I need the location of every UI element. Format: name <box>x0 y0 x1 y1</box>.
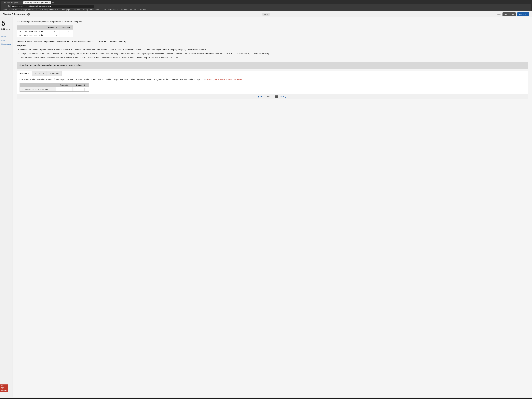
table-cell-selling-b: $17 <box>59 29 73 33</box>
bookmark-pink[interactable]: PINK - Victoria's Se... <box>102 9 120 11</box>
bookmark-inbox-label: Inbox (2) - miniswe... <box>3 9 19 11</box>
bookmark-inbox[interactable]: Inbox (2) - miniswe... <box>2 9 19 11</box>
answer-input-product-a[interactable] <box>57 88 68 91</box>
references-link[interactable]: References <box>1 43 11 45</box>
back-button[interactable]: ← <box>2 5 5 7</box>
bookmark-womens[interactable]: Womens, Plus Size... <box>121 9 138 11</box>
current-page: 5 <box>267 95 268 98</box>
tab-required-a[interactable]: Required A <box>17 71 32 76</box>
constraint-b-label: b. <box>18 52 20 55</box>
bookmark-pink-label: PINK - Victoria's Se... <box>103 9 119 11</box>
table-row-variable: Variable cost per unit 13 11 <box>17 33 73 37</box>
forward-button[interactable]: → <box>5 5 7 7</box>
table-cell-selling-a: $17 <box>46 29 59 33</box>
main-layout: 5 2.27 points eBook Print References The… <box>0 17 532 397</box>
product-table: Product A Product B Selling price per un… <box>17 25 73 37</box>
table-row-selling: Selling price per unit $17 $17 <box>17 29 73 33</box>
bookmark-trendy-label: CB Trendy Women's Cl... <box>40 9 59 11</box>
bookmark-forever21-label: 21 Shop Forever 21 for... <box>82 9 101 11</box>
bookmark-home-label: Home page <box>62 9 70 11</box>
table-cell-variable-a: 13 <box>46 33 59 37</box>
new-tab-button[interactable]: + <box>51 1 55 4</box>
constraint-c: c. The maximum number of machine hours a… <box>18 56 528 59</box>
constraint-b: b. The products are sold to the public i… <box>18 52 528 55</box>
answer-input-product-b[interactable] <box>74 88 85 91</box>
saved-badge: Saved <box>262 13 270 16</box>
constraint-c-label: c. <box>18 56 20 59</box>
mcgraw-line3: Hill <box>1 388 7 390</box>
table-cell-variable-label: Variable cost per unit <box>17 33 46 37</box>
tab-required-b[interactable]: Required B <box>32 71 47 76</box>
round-note: (Round your answers to 2 decimal places.… <box>207 78 243 81</box>
answer-table: Product A Product B Contribution margin … <box>19 83 89 92</box>
constraints-list: a. One unit of Product A requires 2 hour… <box>18 48 528 59</box>
answer-header-empty <box>20 83 56 87</box>
tab-close-active-icon[interactable]: ✕ <box>49 2 50 3</box>
answer-cell-product-a[interactable] <box>56 87 72 91</box>
bookmark-beige-label: S Beige Tree Print Cr... <box>21 9 38 11</box>
table-header-empty <box>17 25 46 29</box>
bookmark-thug[interactable]: Thug Ave <box>72 9 80 11</box>
mcgraw-logo: Mc Graw Hill Education <box>0 385 8 392</box>
bookmark-forever21[interactable]: 21 Shop Forever 21 for... <box>82 9 101 11</box>
tab-close-icon[interactable]: ✕ <box>20 2 21 3</box>
mcgraw-line1: Mc <box>1 385 7 387</box>
mcgraw-line2: Graw <box>1 387 7 388</box>
points-label: points <box>6 28 10 30</box>
grid-icon[interactable] <box>275 95 278 98</box>
help-link[interactable]: Help <box>497 13 501 15</box>
tab-building-contractor[interactable]: a building contractor specializin ✕ <box>23 1 51 4</box>
ebook-link[interactable]: eBook <box>1 36 11 38</box>
mcgraw-line4: Education <box>1 390 7 392</box>
constraint-c-text: The maximum number of machine hours avai… <box>20 56 179 59</box>
of-label: of <box>268 95 271 98</box>
content-area: The following information applies to the… <box>13 17 532 397</box>
chapter-title: Chapter 6 Assignment <box>3 13 26 16</box>
bookmarks-bar: Inbox (2) - miniswe... S Beige Tree Prin… <box>1 8 531 11</box>
address-input[interactable] <box>11 5 94 8</box>
tab-bar: Chapter 6 Assignment ✕ a building contra… <box>1 1 531 4</box>
bottom-nav: ❮ Prev 5 of 11 <box>17 94 528 99</box>
points-value: 2.27 <box>1 28 5 30</box>
tabs-container: Required A Required B Required C One uni… <box>17 71 528 94</box>
info-icon[interactable]: i <box>27 13 30 16</box>
answer-header-product-a: Product A <box>56 83 72 87</box>
save-exit-button[interactable]: Save & Exit <box>502 12 516 16</box>
answer-header-product-b: Product B <box>72 83 89 87</box>
tab-a-description: One unit of Product A requires 2 hours o… <box>19 78 525 81</box>
bookmark-home[interactable]: Home page <box>61 9 71 11</box>
bookmark-womens-label: Womens, Plus Size... <box>121 9 137 11</box>
browser-chrome: Chapter 6 Assignment ✕ a building contra… <box>0 0 532 11</box>
prev-link[interactable]: ❮ Prev <box>258 95 264 98</box>
required-heading: Required <box>17 44 528 47</box>
address-bar-row: ← → ↻ <box>1 4 531 8</box>
check-button[interactable]: Check my <box>517 12 529 16</box>
page-info: 5 of 11 <box>267 95 273 98</box>
complete-box: Complete this question by entering your … <box>17 62 528 69</box>
constraint-b-text: The products are sold to the public in r… <box>20 52 269 55</box>
refresh-button[interactable]: ↻ <box>8 5 10 7</box>
sidebar: 5 2.27 points eBook Print References <box>0 17 13 397</box>
tab-content-a: One unit of Product A requires 2 hours o… <box>17 76 528 94</box>
problem-number: 5 <box>1 19 11 27</box>
answer-row-contribution: Contribution margin per labor hour <box>20 87 89 91</box>
answer-cell-product-b[interactable] <box>72 87 89 91</box>
print-link[interactable]: Print <box>1 39 11 41</box>
constraint-a-label: a. <box>18 48 20 51</box>
tab-required-c[interactable]: Required C <box>47 71 62 76</box>
tab-assignment[interactable]: Chapter 6 Assignment ✕ <box>1 1 23 4</box>
table-cell-selling-label: Selling price per unit <box>17 29 46 33</box>
bookmark-trendy[interactable]: CB Trendy Women's Cl... <box>40 9 60 11</box>
bookmark-beige[interactable]: S Beige Tree Print Cr... <box>20 9 38 11</box>
constraint-a: a. One unit of Product A requires 2 hour… <box>18 48 528 51</box>
next-label: Next <box>280 95 285 98</box>
table-header-product-a: Product A <box>46 25 59 29</box>
sidebar-links: eBook Print References <box>1 36 11 45</box>
tab-a-desc-text: One unit of Product A requires 2 hours o… <box>19 78 206 81</box>
bookmark-thug-label: Thug Ave <box>73 9 80 11</box>
page-wrapper: Chapter 6 Assignment i Saved Help Save &… <box>0 11 532 398</box>
next-link[interactable]: Next ❯ <box>280 95 287 98</box>
bookmark-black[interactable]: Black Ac <box>139 9 146 11</box>
constraint-a-text: One unit of Product A requires 2 hours o… <box>20 48 207 51</box>
identify-text: Identify the product that should be prod… <box>17 40 528 43</box>
